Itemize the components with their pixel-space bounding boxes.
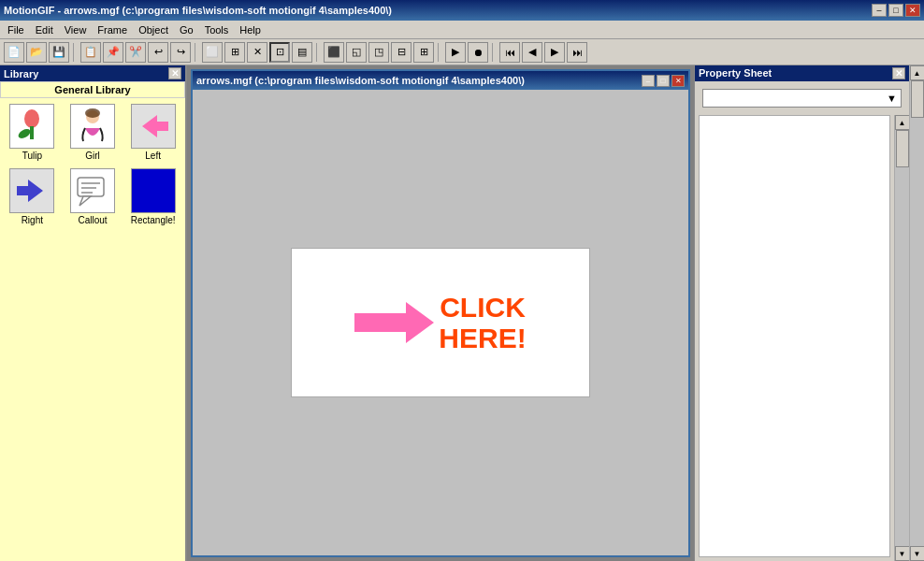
- property-sheet-header: Property Sheet ✕: [695, 65, 909, 81]
- toolbar-play[interactable]: ▶: [445, 42, 466, 63]
- library-content: Tulip Girl: [0, 98, 185, 561]
- toolbar-b6[interactable]: ◱: [346, 42, 367, 63]
- right-label: Right: [22, 215, 43, 225]
- toolbar-b3[interactable]: ⊡: [269, 42, 290, 63]
- toolbar-prev[interactable]: ⏮: [499, 42, 520, 63]
- toolbar-b9[interactable]: ⊞: [413, 42, 434, 63]
- tulip-label: Tulip: [22, 151, 42, 161]
- library-item-girl[interactable]: Girl: [65, 102, 122, 163]
- girl-icon: [70, 104, 115, 149]
- toolbar-new[interactable]: 📄: [4, 42, 24, 63]
- sub-maximize-button[interactable]: □: [657, 75, 670, 87]
- sub-minimize-button[interactable]: –: [642, 75, 655, 87]
- toolbar-sep1: [73, 43, 77, 62]
- menu-help[interactable]: Help: [234, 22, 267, 37]
- toolbar-b5[interactable]: ⬛: [324, 42, 344, 63]
- left-label: Left: [145, 151, 161, 161]
- minimize-button[interactable]: –: [872, 4, 887, 17]
- sub-close-button[interactable]: ✕: [671, 75, 685, 87]
- toolbar-fwd[interactable]: ▶: [544, 42, 565, 63]
- callout-label: Callout: [78, 215, 107, 225]
- menu-go[interactable]: Go: [174, 22, 199, 37]
- preview-arrow-svg: [354, 295, 439, 351]
- main-scroll-down[interactable]: ▼: [910, 546, 925, 561]
- prop-scroll-up[interactable]: ▲: [895, 115, 910, 130]
- title-bar: MotionGIF - arrows.mgf (c:\program files…: [0, 0, 924, 21]
- app-title: MotionGIF - arrows.mgf (c:\program files…: [4, 5, 392, 16]
- menu-file[interactable]: File: [2, 22, 30, 37]
- toolbar-paste[interactable]: 📌: [103, 42, 123, 63]
- library-title: General Library: [0, 81, 185, 98]
- toolbar-b7[interactable]: ◳: [368, 42, 389, 63]
- tulip-icon: [9, 104, 54, 149]
- library-panel: Library ✕ General Library Tulip: [0, 65, 187, 561]
- library-item-tulip[interactable]: Tulip: [4, 102, 61, 163]
- svg-rect-1: [30, 126, 34, 139]
- toolbar-back[interactable]: ◀: [522, 42, 542, 63]
- main-scroll-thumb[interactable]: [911, 80, 924, 118]
- library-item-callout[interactable]: Callout: [65, 166, 122, 227]
- toolbar-redo[interactable]: ↪: [170, 42, 191, 63]
- library-item-rectangle[interactable]: Rectangle!: [124, 166, 181, 227]
- toolbar-copy[interactable]: 📋: [80, 42, 101, 63]
- main-right-scrollbar[interactable]: ▲ ▼: [909, 65, 924, 561]
- toolbar: 📄 📂 💾 📋 📌 ✂️ ↩ ↪ ⬜ ⊞ ✕ ⊡ ▤ ⬛ ◱ ◳ ⊟ ⊞ ▶ ⏺…: [0, 39, 924, 65]
- main-layout: Library ✕ General Library Tulip: [0, 65, 924, 561]
- menu-tools[interactable]: Tools: [199, 22, 235, 37]
- toolbar-open[interactable]: 📂: [26, 42, 47, 63]
- gif-preview: CLICKHERE!: [291, 248, 590, 397]
- main-scroll-track: [910, 80, 925, 546]
- toolbar-b4[interactable]: ▤: [292, 42, 312, 63]
- toolbar-cut[interactable]: ✂️: [125, 42, 146, 63]
- toolbar-last[interactable]: ⏭: [567, 42, 587, 63]
- svg-marker-5: [142, 115, 168, 137]
- property-dropdown-arrow: ▼: [887, 93, 897, 104]
- library-header: Library ✕: [0, 65, 185, 81]
- menu-frame[interactable]: Frame: [92, 22, 133, 37]
- maximize-button[interactable]: □: [888, 4, 903, 17]
- left-icon: [131, 104, 176, 149]
- prop-scroll-down[interactable]: ▼: [895, 546, 910, 561]
- property-content-area: ▲ ▼: [695, 115, 909, 561]
- svg-rect-7: [78, 178, 104, 196]
- menu-edit[interactable]: Edit: [30, 22, 59, 37]
- svg-marker-6: [17, 180, 43, 202]
- menu-bar: File Edit View Frame Object Go Tools Hel…: [0, 21, 924, 39]
- preview-text: CLICKHERE!: [439, 292, 526, 353]
- library-item-left[interactable]: Left: [124, 102, 181, 163]
- library-header-label: Library: [4, 68, 38, 79]
- sub-window: arrows.mgf (c:\program files\wisdom-soft…: [191, 69, 690, 557]
- toolbar-grid[interactable]: ⊞: [224, 42, 245, 63]
- library-item-right[interactable]: Right: [4, 166, 61, 227]
- toolbar-b2[interactable]: ✕: [247, 42, 267, 63]
- svg-marker-12: [354, 302, 434, 343]
- library-close-button[interactable]: ✕: [168, 67, 181, 79]
- prop-scroll-thumb[interactable]: [896, 130, 909, 167]
- svg-marker-8: [79, 196, 91, 206]
- content-area: arrows.mgf (c:\program files\wisdom-soft…: [187, 65, 694, 561]
- right-icon: [9, 168, 54, 213]
- sub-window-title: arrows.mgf (c:\program files\wisdom-soft…: [196, 75, 525, 86]
- canvas-area[interactable]: CLICKHERE!: [193, 90, 688, 555]
- callout-icon: [70, 168, 115, 213]
- svg-point-4: [85, 108, 100, 118]
- menu-object[interactable]: Object: [133, 22, 174, 37]
- toolbar-sep5: [492, 43, 496, 62]
- toolbar-undo[interactable]: ↩: [148, 42, 168, 63]
- svg-point-2: [17, 127, 32, 140]
- close-button[interactable]: ✕: [905, 4, 920, 17]
- property-sheet: Property Sheet ✕ ▼ ▲ ▼: [694, 65, 909, 561]
- toolbar-b8[interactable]: ⊟: [391, 42, 411, 63]
- toolbar-save[interactable]: 💾: [49, 42, 69, 63]
- property-sheet-label: Property Sheet: [699, 67, 772, 79]
- toolbar-sep4: [438, 43, 441, 62]
- menu-view[interactable]: View: [59, 22, 93, 37]
- property-sheet-close[interactable]: ✕: [892, 67, 905, 79]
- property-dropdown[interactable]: ▼: [702, 89, 902, 108]
- toolbar-rec[interactable]: ⏺: [468, 42, 488, 63]
- prop-scroll-track: [895, 130, 910, 546]
- rectangle-label: Rectangle!: [131, 215, 176, 225]
- property-scrollbar[interactable]: ▲ ▼: [894, 115, 909, 561]
- toolbar-b1[interactable]: ⬜: [202, 42, 223, 63]
- main-scroll-up[interactable]: ▲: [910, 65, 925, 80]
